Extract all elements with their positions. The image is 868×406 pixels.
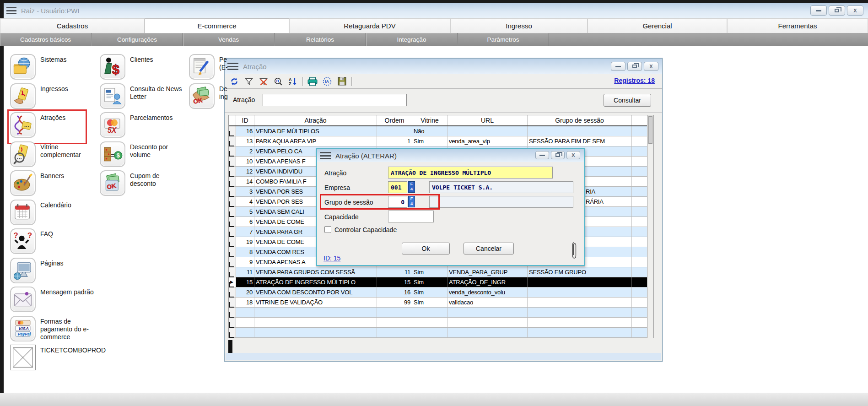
grid-cell-id[interactable]: 5 bbox=[236, 207, 254, 217]
grid-cell-vitrine[interactable]: Não bbox=[412, 126, 447, 136]
ok-button[interactable]: Ok bbox=[402, 243, 450, 254]
menu-cadastros-b-sicos[interactable]: Cadastros básicos bbox=[0, 33, 92, 46]
globe-folder-icon[interactable] bbox=[10, 54, 36, 80]
sidebar-item-consulta-de-news-letter[interactable]: Consulta de News Letter bbox=[100, 83, 187, 112]
menu-vendas[interactable]: Vendas bbox=[183, 33, 275, 46]
grid-row-empty[interactable] bbox=[229, 328, 653, 338]
grid-row-empty[interactable] bbox=[229, 318, 653, 328]
grid-cell-id[interactable]: 13 bbox=[236, 136, 254, 146]
consultar-button[interactable]: Consultar bbox=[604, 94, 651, 107]
grid-cell-grupo[interactable]: SESSÃO EM GRUPO bbox=[528, 267, 632, 277]
grid-cell-ordem[interactable]: 1 bbox=[377, 136, 412, 146]
newsletter-icon[interactable] bbox=[100, 83, 125, 109]
grid-cell-id[interactable] bbox=[236, 308, 254, 317]
empresa-f4-lookup-button[interactable]: F 4 bbox=[408, 181, 415, 193]
sidebar-item-mensagem-padr-o[interactable]: Mensagem padrão bbox=[10, 287, 97, 315]
ia-icon[interactable]: IA bbox=[322, 76, 332, 87]
grid-cell-vitrine[interactable]: Sim bbox=[412, 277, 447, 287]
grid-cell-url[interactable]: VENDA_PARA_GRUP bbox=[447, 267, 528, 277]
grid-cell-id[interactable]: 15 bbox=[236, 277, 254, 287]
sidebar-item-atra-es[interactable]: Atrações bbox=[10, 112, 97, 141]
grid-cell-url[interactable] bbox=[447, 318, 528, 327]
grid-cell-grupo[interactable]: SESSÃO PARA FIM DE SEM bbox=[528, 136, 632, 146]
grid-cell-id[interactable]: 19 bbox=[236, 237, 254, 247]
tab-retaguarda-pdv[interactable]: Retaguarda PDV bbox=[289, 18, 450, 33]
grid-row-id-11[interactable]: 11VENDA PARA GRUPOS COM SESSÃ11SimVENDA_… bbox=[229, 267, 653, 277]
grid-cell-atracao[interactable] bbox=[254, 328, 377, 337]
controlar-capacidade-checkbox[interactable] bbox=[324, 226, 331, 233]
grid-cell-grupo[interactable] bbox=[528, 308, 632, 317]
hand-tickets-icon[interactable] bbox=[10, 83, 36, 109]
grid-cell-vitrine[interactable]: Sim bbox=[412, 267, 447, 277]
grid-cell-url[interactable]: venda_area_vip bbox=[447, 136, 528, 146]
grid-row-id-20[interactable]: 20VENDA COM DESCONTO POR VOL16Simvenda_d… bbox=[229, 287, 653, 298]
grid-cell-id[interactable]: 3 bbox=[236, 187, 254, 196]
sidebar-item-p-ginas[interactable]: Páginas bbox=[10, 258, 97, 286]
sidebar-item-clientes[interactable]: $Clientes bbox=[100, 54, 187, 82]
sidebar-item-sistemas[interactable]: Sistemas bbox=[10, 54, 97, 82]
grid-cell-vitrine[interactable] bbox=[412, 308, 447, 317]
sidebar-item-desconto-por-volume[interactable]: =$Desconto por volume bbox=[100, 141, 187, 170]
grid-cell-ordem[interactable]: 99 bbox=[377, 298, 412, 307]
grid-cell-vitrine[interactable]: Sim bbox=[412, 298, 447, 307]
grid-cell-id[interactable]: 20 bbox=[236, 287, 254, 297]
question-person-icon[interactable]: ?? bbox=[10, 228, 36, 254]
grid-cell-vitrine[interactable] bbox=[412, 328, 447, 337]
atracao-field[interactable]: ATRAÇÃO DE INGRESSO MÚLTIPLO bbox=[388, 167, 553, 179]
grid-cell-grupo[interactable] bbox=[528, 328, 632, 337]
grid-cell-url[interactable] bbox=[447, 126, 528, 136]
dialog-hamburger-icon[interactable] bbox=[320, 152, 331, 159]
grid-cell-grupo[interactable] bbox=[528, 318, 632, 327]
grid-row-id-15[interactable]: ▶15ATRAÇÃO DE INGRESSO MÚLTIPLO15SimATRA… bbox=[229, 277, 653, 287]
sidebar-item-calend-rio[interactable]: Calendário bbox=[10, 200, 97, 228]
grid-cell-atracao[interactable]: VENDA COM DESCONTO POR VOL bbox=[254, 287, 377, 297]
grid-cell-id[interactable]: 12 bbox=[236, 167, 254, 176]
grid-cell-id[interactable] bbox=[236, 328, 254, 337]
placeholder-x-icon[interactable] bbox=[10, 345, 36, 370]
dialog-titlebar[interactable]: Atração (ALTERAR) X bbox=[317, 149, 584, 162]
sidebar-item-formas-de-pagamento-do-e-commerce[interactable]: VISAPayPalFormas de pagamento do e-comme… bbox=[10, 316, 97, 344]
record-id-link[interactable]: ID: 15 bbox=[323, 254, 340, 262]
sidebar-item-cupom-de-desconto[interactable]: OKCupom de desconto bbox=[100, 170, 187, 199]
sidebar-item-faq[interactable]: ??FAQ bbox=[10, 228, 97, 257]
close-button[interactable]: X bbox=[644, 62, 658, 71]
minimize-button[interactable] bbox=[535, 151, 549, 159]
minimize-button[interactable] bbox=[810, 5, 827, 16]
print-icon[interactable] bbox=[307, 76, 318, 87]
menu-integra-o[interactable]: Integração bbox=[366, 33, 458, 46]
search-input[interactable] bbox=[263, 94, 407, 106]
grid-cell-atracao[interactable]: PARK AQUA AREA VIP bbox=[254, 136, 377, 146]
tab-e-commerce[interactable]: E-commerce bbox=[145, 18, 289, 33]
grid-column-header-id[interactable]: ID bbox=[236, 115, 254, 125]
grid-row-id-13[interactable]: 13PARK AQUA AREA VIP1Simvenda_area_vipSE… bbox=[229, 136, 653, 146]
grid-cell-grupo[interactable] bbox=[528, 126, 632, 136]
grid-scrollbar[interactable] bbox=[647, 115, 653, 338]
sidebar-item-ticketcomboprod[interactable]: TICKETCOMBOPROD bbox=[10, 345, 97, 373]
grid-cell-ordem[interactable] bbox=[377, 318, 412, 327]
menu-configura-es[interactable]: Configurações bbox=[92, 33, 183, 46]
atracao-window-titlebar[interactable]: Atração X bbox=[225, 59, 662, 74]
grid-column-header-ordem[interactable]: Ordem bbox=[377, 115, 412, 125]
save-icon[interactable] bbox=[337, 76, 347, 87]
grid-cell-url[interactable] bbox=[447, 308, 528, 317]
grid-cell-atracao[interactable] bbox=[254, 308, 377, 317]
grid-cell-id[interactable]: 4 bbox=[236, 197, 254, 206]
grid-column-header-vitrine[interactable]: Vitrine bbox=[412, 115, 447, 125]
palette-icon[interactable] bbox=[10, 170, 36, 196]
grid-cell-ordem[interactable] bbox=[377, 328, 412, 337]
sidebar-item-de-ing[interactable]: OKDe ing bbox=[189, 83, 276, 112]
grid-cell-id[interactable]: 2 bbox=[236, 146, 254, 156]
refund-ok-icon[interactable]: OK bbox=[189, 83, 215, 109]
grid-column-header-url[interactable]: URL bbox=[447, 115, 528, 125]
tab-gerencial[interactable]: Gerencial bbox=[588, 18, 727, 33]
capacidade-field[interactable] bbox=[388, 211, 434, 222]
grid-cell-id[interactable] bbox=[236, 318, 254, 327]
sidebar-item-parcelamentos[interactable]: 5XParcelamentos bbox=[100, 112, 187, 141]
grid-column-header-grupo[interactable]: Grupo de sessão bbox=[528, 115, 632, 125]
payment-cards-icon[interactable]: VISAPayPal bbox=[10, 316, 36, 341]
tab-cadastros[interactable]: Cadastros bbox=[0, 18, 145, 33]
menu-hamburger-icon[interactable] bbox=[6, 7, 16, 14]
menu-relat-rios[interactable]: Relatórios bbox=[275, 33, 366, 46]
calendar-icon[interactable] bbox=[10, 200, 36, 225]
close-button[interactable]: X bbox=[847, 5, 863, 16]
